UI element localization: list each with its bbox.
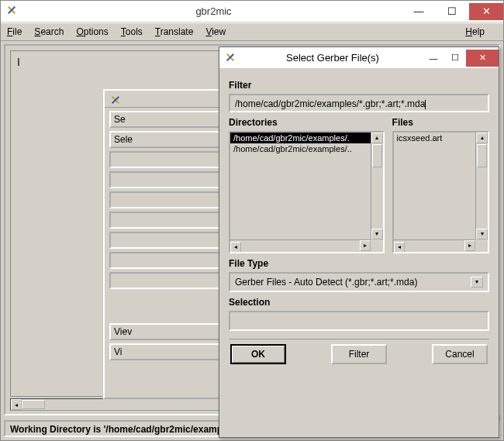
panel-row <box>109 272 221 289</box>
selection-label: Selection <box>229 297 489 308</box>
app-icon <box>5 4 21 19</box>
scroll-thumb[interactable] <box>372 144 382 167</box>
dialog-close-button[interactable]: ✕ <box>466 50 499 67</box>
background-panel: Se Sele Viev Vi <box>103 89 227 399</box>
scroll-left-icon[interactable]: ◂ <box>11 399 22 410</box>
list-item[interactable]: /home/cad/gbr2mic/examples/. <box>230 133 383 143</box>
files-label: Files <box>392 117 489 128</box>
panel-icon <box>109 94 120 105</box>
dialog-maximize-button[interactable]: ☐ <box>444 50 466 66</box>
filetype-dropdown[interactable]: Gerber Files - Auto Detect (*.gbr;*.art;… <box>229 272 489 292</box>
panel-vi-button[interactable]: Vi <box>109 343 221 360</box>
scroll-left-icon[interactable]: ◂ <box>230 242 241 253</box>
menu-search[interactable]: Search <box>34 26 64 37</box>
panel-row[interactable]: Sele <box>109 131 221 148</box>
dialog-icon <box>224 51 238 65</box>
menu-tools[interactable]: Tools <box>121 26 143 37</box>
menu-options[interactable]: Options <box>76 26 108 37</box>
scroll-up-icon[interactable]: ▴ <box>371 133 383 143</box>
panel-row <box>109 252 221 269</box>
scroll-down-icon[interactable]: ▾ <box>371 229 383 239</box>
scroll-right-icon[interactable]: ▸ <box>360 240 371 251</box>
chevron-down-icon[interactable]: ▾ <box>471 277 483 288</box>
menu-help[interactable]: Help <box>465 26 485 37</box>
panel-row <box>109 232 221 249</box>
panel-row <box>109 171 221 188</box>
scroll-down-icon[interactable]: ▾ <box>476 229 488 239</box>
menu-file[interactable]: File <box>7 26 22 37</box>
selection-input[interactable] <box>229 311 489 331</box>
scroll-up-icon[interactable]: ▴ <box>476 133 488 143</box>
panel-row <box>109 212 221 229</box>
main-title: gbr2mic <box>26 5 402 17</box>
files-listbox[interactable]: icsxseed.art ▴ ▾ ◂ ▸ <box>392 131 489 253</box>
menu-view[interactable]: View <box>205 26 226 37</box>
dialog-minimize-button[interactable]: — <box>423 50 444 66</box>
scroll-right-icon[interactable]: ▸ <box>464 240 475 251</box>
menu-translate[interactable]: Translate <box>155 26 194 37</box>
panel-row[interactable]: Se <box>109 111 221 128</box>
scroll-corner <box>371 239 383 252</box>
vertical-scrollbar[interactable]: ▴ ▾ <box>371 133 383 239</box>
dialog-titlebar[interactable]: Select Gerber File(s) — ☐ ✕ <box>219 47 499 69</box>
vertical-scrollbar[interactable]: ▴ ▾ <box>475 133 488 239</box>
main-titlebar[interactable]: gbr2mic — ☐ ✕ <box>1 1 503 22</box>
horizontal-scrollbar[interactable]: ◂ ▸ <box>394 239 475 252</box>
directories-label: Directories <box>229 117 385 128</box>
filter-label: Filter <box>229 80 489 91</box>
list-item[interactable]: /home/cad/gbr2mic/examples/.. <box>230 143 383 154</box>
scroll-thumb[interactable] <box>477 144 487 167</box>
panel-row <box>109 191 221 208</box>
ok-button[interactable]: OK <box>230 344 286 364</box>
horizontal-scrollbar[interactable]: ◂ ▸ <box>230 239 371 252</box>
dialog-title: Select Gerber File(s) <box>243 52 423 64</box>
menubar: File Search Options Tools Translate View… <box>1 22 503 41</box>
directories-listbox[interactable]: /home/cad/gbr2mic/examples/. /home/cad/g… <box>229 131 385 253</box>
scroll-left-icon[interactable]: ◂ <box>394 242 405 253</box>
text-cursor-icon: I <box>17 56 20 68</box>
scroll-corner <box>475 239 488 252</box>
file-dialog: Select Gerber File(s) — ☐ ✕ Filter /home… <box>219 47 499 438</box>
filter-input[interactable]: /home/cad/gbr2mic/examples/*.gbr;*.art;*… <box>229 94 489 112</box>
list-item[interactable]: icsxseed.art <box>394 133 488 143</box>
cancel-button[interactable]: Cancel <box>432 344 488 364</box>
maximize-button[interactable]: ☐ <box>436 3 468 20</box>
filter-button[interactable]: Filter <box>331 344 387 364</box>
close-button[interactable]: ✕ <box>469 3 503 20</box>
minimize-button[interactable]: — <box>402 3 435 20</box>
filetype-label: File Type <box>229 258 489 269</box>
panel-row <box>109 151 221 168</box>
scroll-thumb[interactable] <box>22 400 45 409</box>
panel-view-button[interactable]: Viev <box>109 323 221 340</box>
